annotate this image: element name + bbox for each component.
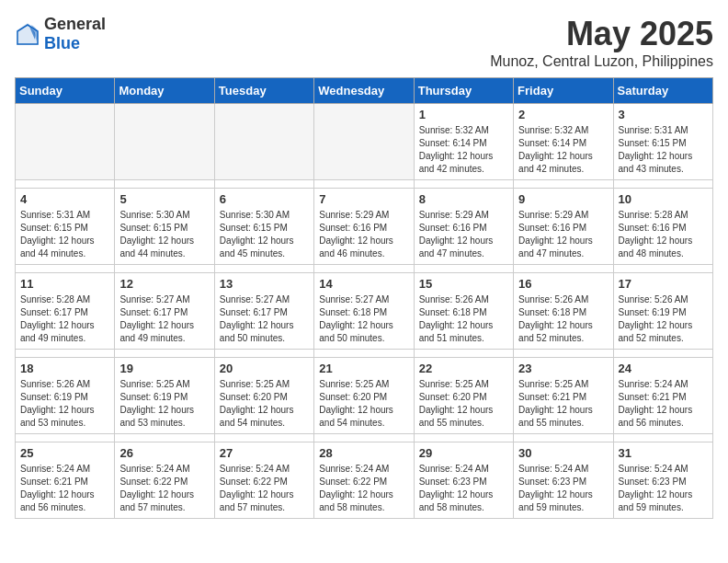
title-area: May 2025 Munoz, Central Luzon, Philippin… bbox=[490, 15, 713, 70]
calendar-cell: 6Sunrise: 5:30 AM Sunset: 6:15 PM Daylig… bbox=[214, 189, 313, 265]
weekday-header-wednesday: Wednesday bbox=[314, 78, 414, 104]
day-number: 10 bbox=[619, 192, 708, 206]
calendar-cell: 22Sunrise: 5:25 AM Sunset: 6:20 PM Dayli… bbox=[414, 358, 513, 434]
calendar-cell: 5Sunrise: 5:30 AM Sunset: 6:15 PM Daylig… bbox=[115, 189, 214, 265]
calendar-week-4: 18Sunrise: 5:26 AM Sunset: 6:19 PM Dayli… bbox=[16, 358, 713, 434]
calendar-cell: 13Sunrise: 5:27 AM Sunset: 6:17 PM Dayli… bbox=[214, 273, 313, 350]
day-info: Sunrise: 5:24 AM Sunset: 6:21 PM Dayligh… bbox=[619, 378, 708, 430]
weekday-header-monday: Monday bbox=[115, 78, 214, 104]
calendar-cell bbox=[115, 104, 214, 180]
day-info: Sunrise: 5:24 AM Sunset: 6:23 PM Dayligh… bbox=[419, 463, 508, 514]
day-number: 8 bbox=[419, 192, 508, 206]
calendar-cell: 2Sunrise: 5:32 AM Sunset: 6:14 PM Daylig… bbox=[514, 104, 613, 180]
calendar-cell: 4Sunrise: 5:31 AM Sunset: 6:15 PM Daylig… bbox=[16, 189, 115, 265]
day-number: 26 bbox=[119, 446, 209, 460]
day-info: Sunrise: 5:24 AM Sunset: 6:22 PM Dayligh… bbox=[319, 463, 408, 514]
day-info: Sunrise: 5:26 AM Sunset: 6:18 PM Dayligh… bbox=[419, 293, 508, 345]
calendar-cell: 12Sunrise: 5:27 AM Sunset: 6:17 PM Dayli… bbox=[115, 273, 214, 350]
day-info: Sunrise: 5:28 AM Sunset: 6:17 PM Dayligh… bbox=[20, 293, 109, 345]
header: General Blue May 2025 Munoz, Central Luz… bbox=[15, 15, 713, 70]
day-info: Sunrise: 5:32 AM Sunset: 6:14 PM Dayligh… bbox=[518, 124, 608, 176]
day-info: Sunrise: 5:28 AM Sunset: 6:16 PM Dayligh… bbox=[619, 209, 708, 260]
day-number: 15 bbox=[419, 277, 508, 291]
week-separator bbox=[16, 265, 713, 273]
calendar-cell: 14Sunrise: 5:27 AM Sunset: 6:18 PM Dayli… bbox=[314, 273, 414, 350]
day-info: Sunrise: 5:25 AM Sunset: 6:20 PM Dayligh… bbox=[319, 378, 408, 430]
calendar-cell: 21Sunrise: 5:25 AM Sunset: 6:20 PM Dayli… bbox=[314, 358, 414, 434]
weekday-header-thursday: Thursday bbox=[414, 78, 513, 104]
day-info: Sunrise: 5:24 AM Sunset: 6:22 PM Dayligh… bbox=[220, 463, 309, 514]
day-info: Sunrise: 5:24 AM Sunset: 6:22 PM Dayligh… bbox=[119, 463, 209, 514]
calendar-cell: 23Sunrise: 5:25 AM Sunset: 6:21 PM Dayli… bbox=[514, 358, 613, 434]
day-number: 25 bbox=[20, 446, 109, 460]
calendar-cell bbox=[314, 104, 414, 180]
day-number: 13 bbox=[220, 277, 309, 291]
day-number: 2 bbox=[518, 108, 608, 121]
calendar-cell: 28Sunrise: 5:24 AM Sunset: 6:22 PM Dayli… bbox=[314, 442, 414, 519]
calendar-cell: 8Sunrise: 5:29 AM Sunset: 6:16 PM Daylig… bbox=[414, 189, 513, 265]
calendar-cell: 17Sunrise: 5:26 AM Sunset: 6:19 PM Dayli… bbox=[613, 273, 712, 350]
day-number: 21 bbox=[319, 362, 408, 375]
weekday-header-tuesday: Tuesday bbox=[214, 78, 313, 104]
day-info: Sunrise: 5:30 AM Sunset: 6:15 PM Dayligh… bbox=[220, 209, 309, 260]
day-info: Sunrise: 5:26 AM Sunset: 6:18 PM Dayligh… bbox=[518, 293, 608, 345]
logo-icon bbox=[15, 21, 40, 47]
day-info: Sunrise: 5:31 AM Sunset: 6:15 PM Dayligh… bbox=[619, 124, 708, 176]
week-separator bbox=[16, 434, 713, 442]
logo-blue: Blue bbox=[44, 34, 80, 52]
day-number: 9 bbox=[518, 192, 608, 206]
day-info: Sunrise: 5:25 AM Sunset: 6:20 PM Dayligh… bbox=[220, 378, 309, 430]
calendar-cell: 25Sunrise: 5:24 AM Sunset: 6:21 PM Dayli… bbox=[16, 442, 115, 519]
logo: General Blue bbox=[15, 15, 106, 53]
calendar-week-2: 4Sunrise: 5:31 AM Sunset: 6:15 PM Daylig… bbox=[16, 189, 713, 265]
subtitle: Munoz, Central Luzon, Philippines bbox=[490, 53, 713, 70]
calendar-cell: 1Sunrise: 5:32 AM Sunset: 6:14 PM Daylig… bbox=[414, 104, 513, 180]
day-info: Sunrise: 5:29 AM Sunset: 6:16 PM Dayligh… bbox=[319, 209, 408, 260]
calendar-cell: 20Sunrise: 5:25 AM Sunset: 6:20 PM Dayli… bbox=[214, 358, 313, 434]
calendar-cell: 26Sunrise: 5:24 AM Sunset: 6:22 PM Dayli… bbox=[115, 442, 214, 519]
day-number: 27 bbox=[220, 446, 309, 460]
calendar-week-3: 11Sunrise: 5:28 AM Sunset: 6:17 PM Dayli… bbox=[16, 273, 713, 350]
day-number: 12 bbox=[119, 277, 209, 291]
day-info: Sunrise: 5:25 AM Sunset: 6:20 PM Dayligh… bbox=[419, 378, 508, 430]
calendar-cell: 11Sunrise: 5:28 AM Sunset: 6:17 PM Dayli… bbox=[16, 273, 115, 350]
day-info: Sunrise: 5:29 AM Sunset: 6:16 PM Dayligh… bbox=[419, 209, 508, 260]
calendar-cell: 31Sunrise: 5:24 AM Sunset: 6:23 PM Dayli… bbox=[613, 442, 712, 519]
day-number: 7 bbox=[319, 192, 408, 206]
day-info: Sunrise: 5:25 AM Sunset: 6:19 PM Dayligh… bbox=[119, 378, 209, 430]
day-number: 28 bbox=[319, 446, 408, 460]
calendar-cell bbox=[16, 104, 115, 180]
day-number: 24 bbox=[619, 362, 708, 375]
day-number: 14 bbox=[319, 277, 408, 291]
day-number: 22 bbox=[419, 362, 508, 375]
day-info: Sunrise: 5:26 AM Sunset: 6:19 PM Dayligh… bbox=[619, 293, 708, 345]
day-info: Sunrise: 5:24 AM Sunset: 6:23 PM Dayligh… bbox=[518, 463, 608, 514]
day-number: 23 bbox=[518, 362, 608, 375]
calendar-cell: 16Sunrise: 5:26 AM Sunset: 6:18 PM Dayli… bbox=[514, 273, 613, 350]
calendar-cell: 24Sunrise: 5:24 AM Sunset: 6:21 PM Dayli… bbox=[613, 358, 712, 434]
day-number: 17 bbox=[619, 277, 708, 291]
calendar-cell: 29Sunrise: 5:24 AM Sunset: 6:23 PM Dayli… bbox=[414, 442, 513, 519]
day-number: 31 bbox=[619, 446, 708, 460]
week-separator bbox=[16, 350, 713, 358]
calendar-week-5: 25Sunrise: 5:24 AM Sunset: 6:21 PM Dayli… bbox=[16, 442, 713, 519]
day-info: Sunrise: 5:24 AM Sunset: 6:21 PM Dayligh… bbox=[20, 463, 109, 514]
day-info: Sunrise: 5:26 AM Sunset: 6:19 PM Dayligh… bbox=[20, 378, 109, 430]
day-info: Sunrise: 5:25 AM Sunset: 6:21 PM Dayligh… bbox=[518, 378, 608, 430]
logo-general: General bbox=[44, 15, 106, 33]
week-separator bbox=[16, 180, 713, 189]
calendar-cell: 3Sunrise: 5:31 AM Sunset: 6:15 PM Daylig… bbox=[613, 104, 712, 180]
weekday-header-saturday: Saturday bbox=[613, 78, 712, 104]
weekday-header-sunday: Sunday bbox=[16, 78, 115, 104]
day-number: 19 bbox=[119, 362, 209, 375]
day-number: 1 bbox=[419, 108, 508, 121]
day-info: Sunrise: 5:27 AM Sunset: 6:17 PM Dayligh… bbox=[220, 293, 309, 345]
day-number: 5 bbox=[119, 192, 209, 206]
day-info: Sunrise: 5:27 AM Sunset: 6:18 PM Dayligh… bbox=[319, 293, 408, 345]
calendar-cell: 30Sunrise: 5:24 AM Sunset: 6:23 PM Dayli… bbox=[514, 442, 613, 519]
day-number: 29 bbox=[419, 446, 508, 460]
main-title: May 2025 bbox=[490, 15, 713, 53]
day-number: 20 bbox=[220, 362, 309, 375]
day-info: Sunrise: 5:31 AM Sunset: 6:15 PM Dayligh… bbox=[20, 209, 109, 260]
day-info: Sunrise: 5:29 AM Sunset: 6:16 PM Dayligh… bbox=[518, 209, 608, 260]
